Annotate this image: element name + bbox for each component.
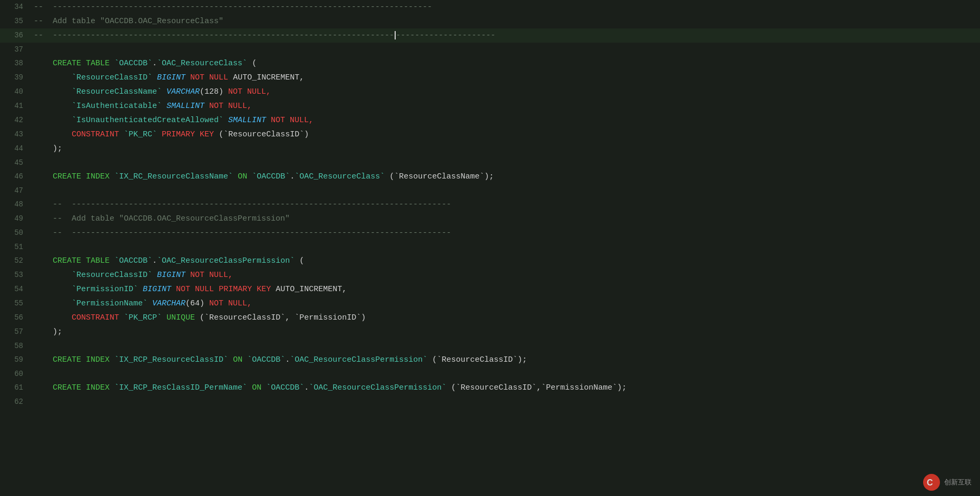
code-line-39: 39 `ResourceClassID` BIGINT NOT NULL AUT… bbox=[0, 71, 980, 85]
line-num-43: 43 bbox=[0, 127, 32, 141]
line-content-34: -- -------------------------------------… bbox=[32, 1, 980, 14]
line-num-57: 57 bbox=[0, 325, 32, 339]
code-line-61: 61 CREATE INDEX `IX_RCP_ResClassID_PermN… bbox=[0, 381, 980, 395]
line-num-50: 50 bbox=[0, 226, 32, 240]
code-line-42: 42 `IsUnauthenticatedCreateAllowed` SMAL… bbox=[0, 113, 980, 127]
line-content-46: CREATE INDEX `IX_RC_ResourceClassName` O… bbox=[32, 170, 980, 184]
line-content-57: ); bbox=[32, 325, 980, 339]
line-content-59: CREATE INDEX `IX_RCP_ResourceClassID` ON… bbox=[32, 353, 980, 367]
code-line-53: 53 `ResourceClassID` BIGINT NOT NULL, bbox=[0, 268, 980, 282]
code-line-55: 55 `PermissionName` VARCHAR(64) NOT NULL… bbox=[0, 296, 980, 311]
line-num-62: 62 bbox=[0, 395, 32, 409]
line-num-47: 47 bbox=[0, 184, 32, 197]
line-num-55: 55 bbox=[0, 296, 32, 310]
code-line-41: 41 `IsAuthenticatable` SMALLINT NOT NULL… bbox=[0, 99, 980, 113]
code-line-51: 51 bbox=[0, 240, 980, 254]
line-content-48: -- -------------------------------------… bbox=[32, 198, 980, 212]
line-num-56: 56 bbox=[0, 311, 32, 324]
line-num-58: 58 bbox=[0, 339, 32, 353]
line-content-38: CREATE TABLE `OACCDB`.`OAC_ResourceClass… bbox=[32, 57, 980, 71]
line-num-51: 51 bbox=[0, 240, 32, 254]
line-num-37: 37 bbox=[0, 43, 32, 56]
line-content-35: -- Add table "OACCDB.OAC_ResourceClass" bbox=[32, 15, 980, 28]
code-line-35: 35 -- Add table "OACCDB.OAC_ResourceClas… bbox=[0, 14, 980, 28]
line-num-41: 41 bbox=[0, 99, 32, 113]
line-num-34: 34 bbox=[0, 0, 32, 14]
code-line-40: 40 `ResourceClassName` VARCHAR(128) NOT … bbox=[0, 85, 980, 99]
line-content-54: `PermissionID` BIGINT NOT NULL PRIMARY K… bbox=[32, 283, 980, 296]
line-num-45: 45 bbox=[0, 156, 32, 170]
code-line-57: 57 ); bbox=[0, 325, 980, 339]
line-num-54: 54 bbox=[0, 282, 32, 296]
line-num-48: 48 bbox=[0, 197, 32, 211]
line-num-35: 35 bbox=[0, 14, 32, 28]
code-line-46: 46 CREATE INDEX `IX_RC_ResourceClassName… bbox=[0, 170, 980, 184]
line-num-61: 61 bbox=[0, 381, 32, 394]
watermark: C 创新互联 bbox=[923, 474, 972, 491]
line-num-46: 46 bbox=[0, 170, 32, 183]
line-num-39: 39 bbox=[0, 71, 32, 84]
line-num-49: 49 bbox=[0, 212, 32, 225]
code-line-56: 56 CONSTRAINT `PK_RCP` UNIQUE (`Resource… bbox=[0, 311, 980, 325]
code-line-44: 44 ); bbox=[0, 142, 980, 156]
code-line-37: 37 bbox=[0, 43, 980, 56]
line-num-44: 44 bbox=[0, 142, 32, 155]
line-content-40: `ResourceClassName` VARCHAR(128) NOT NUL… bbox=[32, 85, 980, 99]
line-content-56: CONSTRAINT `PK_RCP` UNIQUE (`ResourceCla… bbox=[32, 311, 980, 325]
line-content-36: -- -------------------------------------… bbox=[32, 29, 980, 43]
watermark-logo: C bbox=[923, 474, 940, 491]
line-content-50: -- -------------------------------------… bbox=[32, 226, 980, 240]
line-content-55: `PermissionName` VARCHAR(64) NOT NULL, bbox=[32, 297, 980, 311]
line-content-44: ); bbox=[32, 142, 980, 156]
code-line-45: 45 bbox=[0, 156, 980, 170]
code-line-48: 48 -- ----------------------------------… bbox=[0, 197, 980, 212]
line-num-59: 59 bbox=[0, 353, 32, 366]
line-content-42: `IsUnauthenticatedCreateAllowed` SMALLIN… bbox=[32, 114, 980, 127]
line-num-52: 52 bbox=[0, 254, 32, 267]
watermark-text: 创新互联 bbox=[944, 478, 972, 487]
line-content-41: `IsAuthenticatable` SMALLINT NOT NULL, bbox=[32, 100, 980, 113]
line-content-39: `ResourceClassID` BIGINT NOT NULL AUTO_I… bbox=[32, 71, 980, 85]
code-line-58: 58 bbox=[0, 339, 980, 353]
line-content-53: `ResourceClassID` BIGINT NOT NULL, bbox=[32, 269, 980, 282]
line-num-60: 60 bbox=[0, 367, 32, 381]
line-content-52: CREATE TABLE `OACCDB`.`OAC_ResourceClass… bbox=[32, 254, 980, 268]
line-num-36: 36 bbox=[0, 28, 32, 42]
code-line-47: 47 bbox=[0, 184, 980, 197]
code-line-43: 43 CONSTRAINT `PK_RC` PRIMARY KEY (`Reso… bbox=[0, 127, 980, 142]
svg-text:C: C bbox=[927, 478, 933, 487]
code-line-50: 50 -- ----------------------------------… bbox=[0, 226, 980, 240]
code-line-62: 62 bbox=[0, 395, 980, 409]
line-num-38: 38 bbox=[0, 56, 32, 70]
code-line-54: 54 `PermissionID` BIGINT NOT NULL PRIMAR… bbox=[0, 282, 980, 296]
code-line-36: 36 -- ----------------------------------… bbox=[0, 28, 980, 43]
line-content-61: CREATE INDEX `IX_RCP_ResClassID_PermName… bbox=[32, 381, 980, 395]
code-line-52: 52 CREATE TABLE `OACCDB`.`OAC_ResourceCl… bbox=[0, 254, 980, 268]
line-num-53: 53 bbox=[0, 268, 32, 282]
code-line-49: 49 -- Add table "OACCDB.OAC_ResourceClas… bbox=[0, 212, 980, 226]
code-editor: 34 -- ----------------------------------… bbox=[0, 0, 980, 496]
line-content-49: -- Add table "OACCDB.OAC_ResourceClassPe… bbox=[32, 212, 980, 226]
code-line-38: 38 CREATE TABLE `OACCDB`.`OAC_ResourceCl… bbox=[0, 56, 980, 71]
code-line-60: 60 bbox=[0, 367, 980, 381]
code-line-59: 59 CREATE INDEX `IX_RCP_ResourceClassID`… bbox=[0, 353, 980, 367]
code-line-34: 34 -- ----------------------------------… bbox=[0, 0, 980, 14]
line-num-40: 40 bbox=[0, 85, 32, 98]
line-content-43: CONSTRAINT `PK_RC` PRIMARY KEY (`Resourc… bbox=[32, 128, 980, 142]
line-num-42: 42 bbox=[0, 113, 32, 127]
